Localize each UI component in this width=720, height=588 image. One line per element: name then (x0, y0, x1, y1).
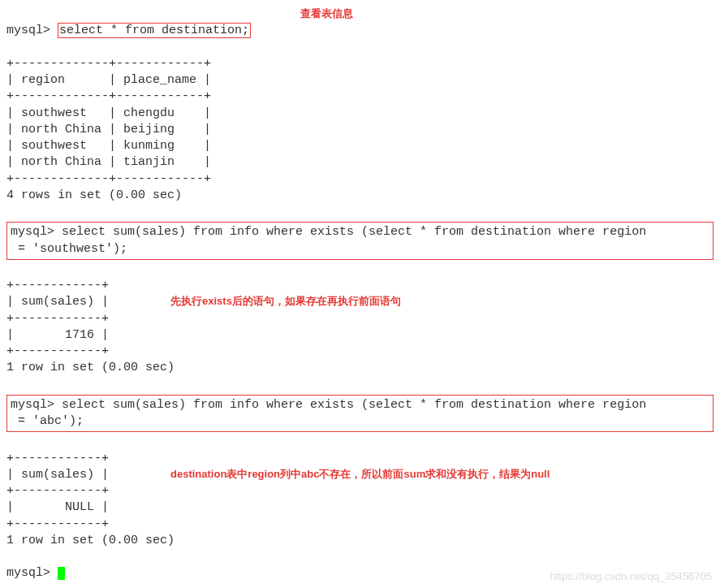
annotation-3: destination表中region列中abc不存在，所以前面sum求和没有执… (170, 467, 550, 482)
mysql-prompt-3: mysql> (11, 398, 62, 412)
table2-bm: +------------+ (6, 312, 109, 326)
table1-summary: 4 rows in set (0.00 sec) (6, 188, 182, 202)
table3-bt: +------------+ (6, 452, 109, 465)
table3-bm: +------------+ (6, 484, 109, 498)
mysql-prompt-2: mysql> (11, 225, 62, 239)
table3-bb: +------------+ (6, 517, 109, 531)
table1-row: | southwest | kunming | (6, 139, 211, 153)
table2-bt: +------------+ (6, 279, 109, 292)
table3-row: | NULL | (6, 500, 109, 514)
table2-bb: +------------+ (6, 344, 109, 358)
table3-header: | sum(sales) | (6, 468, 109, 482)
table1-row: | north China | tianjin | (6, 155, 211, 169)
query-2-line1: select sum(sales) from info where exists… (62, 225, 646, 239)
table1-bm: +-------------+------------+ (6, 89, 211, 103)
table1-bt: +-------------+------------+ (6, 57, 211, 71)
query-2-highlight: mysql> select sum(sales) from info where… (6, 222, 714, 260)
table2-header: | sum(sales) | (6, 295, 109, 309)
table1-bb: +-------------+------------+ (6, 172, 211, 186)
table2-summary: 1 row in set (0.00 sec) (6, 361, 175, 374)
terminal-output: mysql> select * from destination; 查看表信息 … (6, 6, 714, 582)
table1-row: | north China | beijing | (6, 123, 211, 136)
query-1-highlight: select * from destination; (58, 23, 251, 38)
cursor-icon (58, 567, 65, 580)
query-3-line1: select sum(sales) from info where exists… (62, 398, 646, 412)
table3-summary: 1 row in set (0.00 sec) (6, 534, 175, 547)
query-2-line2: = 'southwest'); (11, 242, 127, 256)
annotation-2: 先执行exists后的语句，如果存在再执行前面语句 (170, 294, 401, 309)
annotation-1: 查看表信息 (300, 6, 353, 21)
table2-row: | 1716 | (6, 328, 109, 342)
query-3-line2: = 'abc'); (11, 414, 84, 428)
mysql-prompt-1: mysql> (6, 24, 58, 37)
query-3-highlight: mysql> select sum(sales) from info where… (6, 395, 714, 433)
mysql-prompt-final: mysql> (6, 566, 58, 580)
table1-row: | southwest | chengdu | (6, 106, 211, 120)
watermark-text: https://blog.csdn.net/qq_35456705 (550, 569, 713, 584)
table1-header: | region | place_name | (6, 73, 211, 87)
